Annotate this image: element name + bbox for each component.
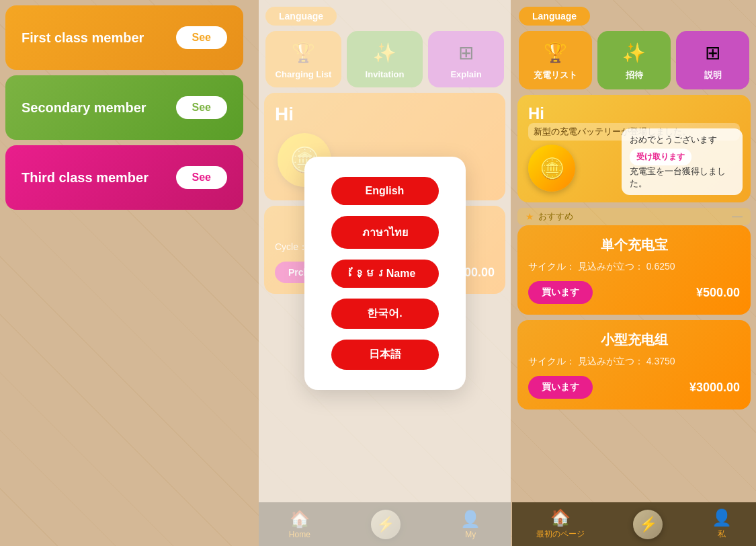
icon-grid-right: 🏆 充電リスト ✨ 招待 ⊞ 説明 (512, 26, 756, 95)
second-member-label: Secondary member (22, 100, 146, 116)
product-card-jp-1: 単个充电宝 サイクル： 見込みが立つ： 0.6250 買います ¥500.00 (517, 225, 751, 315)
buy-button-jp-2[interactable]: 買います (528, 376, 593, 399)
lang-khmer-button[interactable]: ខ្មែរName (331, 260, 439, 288)
estimate-value-jp-2: 4.3750 (646, 356, 675, 366)
my-label-right: 私 (718, 529, 726, 540)
trophy-icon-jp: 🏆 (544, 42, 567, 64)
recommend-bar: ★ おすすめ — (517, 208, 751, 225)
nav-bolt-right[interactable]: ⚡ (633, 510, 663, 539)
congrats-detail: 充電宝を一台獲得しました。 (630, 165, 734, 190)
charging-list-jp-label: 充電リスト (534, 69, 577, 81)
bolt-icon-right: ⚡ (639, 516, 657, 533)
third-class-member-card: Third class member See (5, 145, 243, 210)
explain-jp-icon-item[interactable]: ⊞ 説明 (676, 31, 749, 89)
recommend-label: おすすめ (538, 210, 573, 223)
language-button-right[interactable]: Language (519, 7, 590, 26)
language-modal: English ภาษาไทย ខ្មែរName 한국어. 日本語 (304, 157, 466, 390)
product-footer-jp-2: 買います ¥3000.00 (528, 376, 740, 399)
language-modal-overlay[interactable]: English ภาษาไทย ខ្មែរName 한국어. 日本語 (259, 0, 511, 546)
first-member-label: First class member (22, 30, 144, 46)
my-icon-right: 👤 (712, 508, 732, 527)
coin-icon-right: 🪙 (528, 145, 575, 192)
estimate-label-jp-2: 見込みが立つ： (578, 356, 644, 366)
invitation-jp-icon-item[interactable]: ✨ 招待 (597, 31, 671, 89)
bottom-nav-right: 🏠 最初のページ ⚡ 👤 私 (512, 502, 756, 546)
nav-home-right[interactable]: 🏠 最初のページ (536, 508, 585, 540)
first-class-member-card: First class member See (5, 5, 243, 70)
product-detail-jp-2: サイクル： 見込みが立つ： 4.3750 (528, 356, 740, 368)
product-detail-jp-1: サイクル： 見込みが立つ： 0.6250 (528, 261, 740, 273)
charging-list-jp-icon-item[interactable]: 🏆 充電リスト (519, 31, 592, 89)
price-jp-1: ¥500.00 (696, 286, 740, 300)
lang-thai-button[interactable]: ภาษาไทย (331, 216, 439, 249)
receive-button[interactable]: 受け取ります (630, 149, 691, 165)
product-card-jp-2: 小型充电组 サイクル： 見込みが立つ： 4.3750 買います ¥3000.00 (517, 320, 751, 410)
cycle-label-jp-1: サイクル： (528, 261, 575, 272)
sparkle-icon-jp: ✨ (622, 42, 646, 64)
invitation-jp-label: 招待 (626, 69, 643, 81)
home-label-right: 最初のページ (536, 529, 585, 540)
product-title-jp-2: 小型充电组 (528, 331, 740, 349)
nav-my-right[interactable]: 👤 私 (712, 508, 732, 540)
lang-korean-button[interactable]: 한국어. (331, 299, 439, 329)
left-panel: First class member See Secondary member … (0, 0, 249, 546)
far-product-cards: 単个充电宝 サイクル： 見込みが立つ： 0.6250 買います ¥500.00 … (517, 225, 751, 410)
star-icon: ★ (526, 211, 534, 222)
first-member-see-button[interactable]: See (176, 26, 227, 49)
estimate-label-jp-1: 見込みが立つ： (578, 261, 644, 272)
third-member-see-button[interactable]: See (176, 166, 227, 189)
congrats-text: おめでとうございます (630, 134, 734, 146)
second-member-see-button[interactable]: See (176, 96, 227, 119)
hi-title-right: Hi (528, 104, 544, 122)
far-right-panel: Language 🏆 充電リスト ✨ 招待 ⊞ 説明 Hi 新型の充電バッテリー… (512, 0, 756, 546)
congrats-box: おめでとうございます 受け取ります 充電宝を一台獲得しました。 (622, 128, 743, 195)
lang-japanese-button[interactable]: 日本語 (331, 340, 439, 370)
expand-icon[interactable]: — (732, 210, 743, 223)
lang-english-button[interactable]: English (331, 177, 439, 205)
price-jp-2: ¥3000.00 (689, 381, 740, 395)
cycle-label-jp-2: サイクル： (528, 356, 575, 366)
explain-jp-label: 説明 (704, 69, 722, 81)
grid-icon-jp: ⊞ (705, 42, 720, 64)
product-title-jp-1: 単个充电宝 (528, 236, 740, 254)
third-member-label: Third class member (22, 170, 149, 186)
buy-button-jp-1[interactable]: 買います (528, 281, 593, 304)
product-footer-jp-1: 買います ¥500.00 (528, 281, 740, 304)
home-icon-right: 🏠 (550, 508, 571, 527)
estimate-value-jp-1: 0.6250 (646, 261, 675, 272)
hi-card-right: Hi 新型の充電バッテリーが登場しました。 おめでとうございます 受け取ります … (517, 95, 751, 202)
secondary-member-card: Secondary member See (5, 75, 243, 140)
